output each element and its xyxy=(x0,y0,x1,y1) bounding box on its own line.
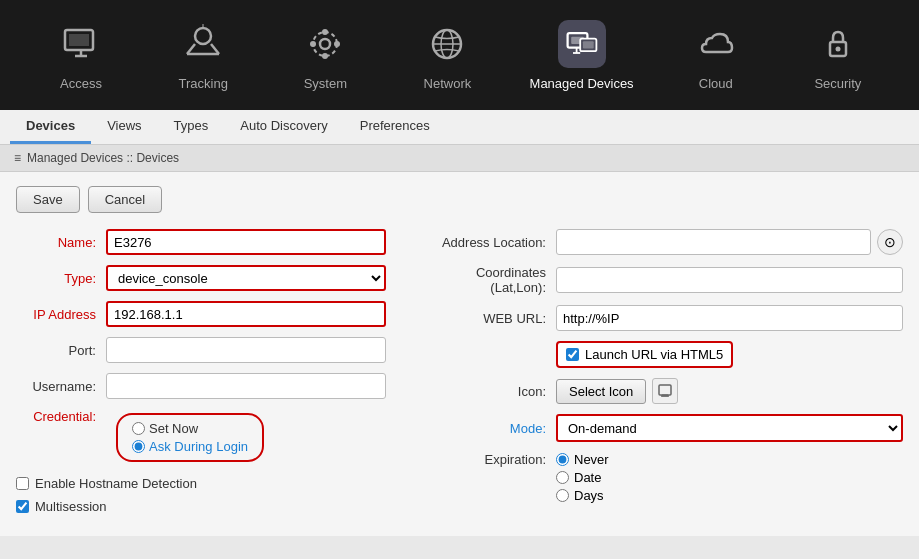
tab-types[interactable]: Types xyxy=(158,110,225,144)
cancel-button[interactable]: Cancel xyxy=(88,186,162,213)
icon-label: Icon: xyxy=(426,384,556,399)
svg-rect-1 xyxy=(69,34,89,46)
nav-label-managed-devices: Managed Devices xyxy=(530,76,634,91)
icon-preview-button[interactable] xyxy=(652,378,678,404)
type-label: Type: xyxy=(16,271,106,286)
coordinates-label: Coordinates (Lat,Lon): xyxy=(426,265,556,295)
system-icon xyxy=(301,20,349,68)
enable-hostname-label: Enable Hostname Detection xyxy=(35,476,197,491)
multisession-checkbox[interactable] xyxy=(16,500,29,513)
form-right: Address Location: ⊙ Coordinates (Lat,Lon… xyxy=(426,229,903,522)
ip-address-label: IP Address xyxy=(16,307,106,322)
enable-hostname-checkbox[interactable] xyxy=(16,477,29,490)
nav-label-network: Network xyxy=(424,76,472,91)
launch-url-checkbox[interactable] xyxy=(566,348,579,361)
port-label: Port: xyxy=(16,343,106,358)
nav-item-system[interactable]: System xyxy=(285,20,365,91)
nav-item-tracking[interactable]: Tracking xyxy=(163,20,243,91)
tab-views[interactable]: Views xyxy=(91,110,157,144)
nav-label-system: System xyxy=(304,76,347,91)
icon-controls: Select Icon xyxy=(556,378,678,404)
svg-point-4 xyxy=(195,28,211,44)
svg-point-9 xyxy=(320,39,330,49)
launch-url-label: Launch URL via HTML5 xyxy=(585,347,723,362)
name-input[interactable] xyxy=(106,229,386,255)
cloud-icon xyxy=(692,20,740,68)
name-row: Name: xyxy=(16,229,386,255)
svg-point-14 xyxy=(310,41,316,47)
nav-item-security[interactable]: Security xyxy=(798,20,878,91)
launch-url-row: Launch URL via HTML5 xyxy=(426,341,903,368)
compass-button[interactable]: ⊙ xyxy=(877,229,903,255)
tab-auto-discovery[interactable]: Auto Discovery xyxy=(224,110,343,144)
ip-address-input[interactable] xyxy=(106,301,386,327)
expiration-never[interactable]: Never xyxy=(556,452,609,467)
breadcrumb-text: Managed Devices :: Devices xyxy=(27,151,179,165)
name-label: Name: xyxy=(16,235,106,250)
expiration-options: Never Date Days xyxy=(556,452,609,503)
credential-label: Credential: xyxy=(16,409,106,424)
port-row: Port: xyxy=(16,337,386,363)
tab-preferences[interactable]: Preferences xyxy=(344,110,446,144)
type-select[interactable]: device_console ssh rdp vnc telnet http xyxy=(106,265,386,291)
svg-rect-21 xyxy=(582,41,593,48)
expiration-days[interactable]: Days xyxy=(556,488,609,503)
multisession-label: Multisession xyxy=(35,499,107,514)
nav-item-cloud[interactable]: Cloud xyxy=(676,20,756,91)
svg-line-6 xyxy=(187,44,195,54)
launch-url-checkbox-container[interactable]: Launch URL via HTML5 xyxy=(556,341,733,368)
credential-ask-login[interactable]: Ask During Login xyxy=(132,439,248,454)
web-url-label: WEB URL: xyxy=(426,311,556,326)
tab-devices[interactable]: Devices xyxy=(10,110,91,144)
nav-item-access[interactable]: Access xyxy=(41,20,121,91)
web-url-row: WEB URL: xyxy=(426,305,903,331)
svg-point-10 xyxy=(313,32,337,56)
svg-rect-26 xyxy=(659,385,671,395)
address-location-label: Address Location: xyxy=(426,235,556,250)
nav-label-access: Access xyxy=(60,76,102,91)
svg-point-25 xyxy=(835,46,840,51)
nav-item-network[interactable]: Network xyxy=(407,20,487,91)
network-icon xyxy=(423,20,471,68)
save-button[interactable]: Save xyxy=(16,186,80,213)
enable-hostname-row[interactable]: Enable Hostname Detection xyxy=(16,476,386,491)
expiration-row: Expiration: Never Date Days xyxy=(426,452,903,503)
svg-point-11 xyxy=(322,29,328,35)
svg-point-12 xyxy=(334,41,340,47)
mode-select[interactable]: On-demand Always-on Manual xyxy=(556,414,903,442)
action-bar: Save Cancel xyxy=(16,186,903,213)
nav-label-security: Security xyxy=(814,76,861,91)
coordinates-input[interactable] xyxy=(556,267,903,293)
form-columns: Name: Type: device_console ssh rdp vnc t… xyxy=(16,229,903,522)
port-input[interactable] xyxy=(106,337,386,363)
form-left: Name: Type: device_console ssh rdp vnc t… xyxy=(16,229,386,522)
access-icon xyxy=(57,20,105,68)
expiration-label: Expiration: xyxy=(426,452,556,467)
content-area: ≡ Managed Devices :: Devices Save Cancel… xyxy=(0,145,919,536)
coordinates-row: Coordinates (Lat,Lon): xyxy=(426,265,903,295)
type-row: Type: device_console ssh rdp vnc telnet … xyxy=(16,265,386,291)
select-icon-button[interactable]: Select Icon xyxy=(556,379,646,404)
credential-set-now[interactable]: Set Now xyxy=(132,421,248,436)
managed-devices-icon xyxy=(558,20,606,68)
address-location-input[interactable] xyxy=(556,229,871,255)
username-row: Username: xyxy=(16,373,386,399)
icon-row: Icon: Select Icon xyxy=(426,378,903,404)
nav-item-managed-devices[interactable]: Managed Devices xyxy=(530,20,634,91)
breadcrumb: ≡ Managed Devices :: Devices xyxy=(0,145,919,172)
address-location-field-group: ⊙ xyxy=(556,229,903,255)
nav-label-tracking: Tracking xyxy=(179,76,228,91)
breadcrumb-icon: ≡ xyxy=(14,151,21,165)
web-url-input[interactable] xyxy=(556,305,903,331)
tracking-icon xyxy=(179,20,227,68)
sub-navigation: Devices Views Types Auto Discovery Prefe… xyxy=(0,110,919,145)
mode-row: Mode: On-demand Always-on Manual xyxy=(426,414,903,442)
username-label: Username: xyxy=(16,379,106,394)
top-navigation: Access Tracking System xyxy=(0,0,919,110)
form-container: Save Cancel Name: Type: device_console s… xyxy=(0,172,919,536)
nav-label-cloud: Cloud xyxy=(699,76,733,91)
username-input[interactable] xyxy=(106,373,386,399)
multisession-row[interactable]: Multisession xyxy=(16,499,386,514)
expiration-date[interactable]: Date xyxy=(556,470,609,485)
svg-point-13 xyxy=(322,53,328,59)
